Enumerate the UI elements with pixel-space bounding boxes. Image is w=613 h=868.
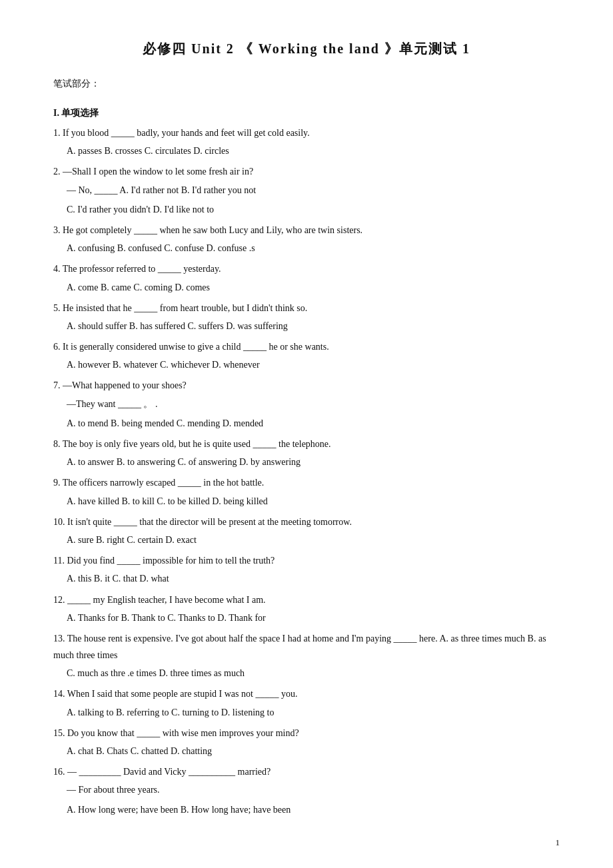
q-line: 9. The officers narrowly escaped _____ i… <box>53 474 560 491</box>
page-number: 1 <box>556 837 560 848</box>
question-13: 13. The house rent is expensive. I've go… <box>53 630 560 682</box>
questions-container: 1. If you blood _____ badly, your hands … <box>53 125 560 818</box>
q-options2: C. I'd rather you didn't D. I'd like not… <box>67 201 560 218</box>
q-subtext: — For about three years. <box>67 781 560 798</box>
q-line: 15. Do you know that _____ with wise men… <box>53 725 560 741</box>
question-15: 15. Do you know that _____ with wise men… <box>53 725 560 759</box>
q-options: A. chat B. Chats C. chatted D. chatting <box>67 743 560 759</box>
question-7: 7. —What happened to your shoes? —They w… <box>53 377 560 432</box>
q-options: A. have killed B. to kill C. to be kille… <box>67 493 560 510</box>
q-options: — No, _____ A. I'd rather not B. I'd rat… <box>67 182 560 199</box>
question-1: 1. If you blood _____ badly, your hands … <box>53 125 560 159</box>
q-line: 12. _____ my English teacher, I have bec… <box>53 592 560 608</box>
q-options: A. however B. whatever C. whichever D. w… <box>67 356 560 373</box>
q-line: 11. Did you find _____ impossible for hi… <box>53 552 560 569</box>
page-title: 必修四 Unit 2 《 Working the land 》单元测试 1 <box>53 40 560 58</box>
question-14: 14. When I said that some people are stu… <box>53 685 560 720</box>
question-8: 8. The boy is only five years old, but h… <box>53 436 560 470</box>
q-options: A. to answer B. to answering C. of answe… <box>67 454 560 470</box>
q-options: A. Thanks for B. Thank to C. Thanks to D… <box>67 610 560 626</box>
question-10: 10. It isn't quite _____ that the direct… <box>53 514 560 548</box>
question-11: 11. Did you find _____ impossible for hi… <box>53 552 560 587</box>
q-options: A. How long were; have been B. How long … <box>67 801 560 818</box>
q-options: C. much as thre .e times D. three times … <box>67 665 560 681</box>
section1-label: I. 单项选择 <box>53 107 560 119</box>
q-line: 13. The house rent is expensive. I've go… <box>53 630 560 663</box>
question-12: 12. _____ my English teacher, I have bec… <box>53 592 560 626</box>
q-options: A. passes B. crosses C. circulates D. ci… <box>67 143 560 159</box>
q-options: A. come B. came C. coming D. comes <box>67 279 560 296</box>
question-16: 16. — _________ David and Vicky ________… <box>53 763 560 818</box>
q-line: 1. If you blood _____ badly, your hands … <box>53 125 560 141</box>
q-line: 8. The boy is only five years old, but h… <box>53 436 560 452</box>
q-line: 5. He insisted that he _____ from heart … <box>53 300 560 316</box>
q-options: A. confusing B. confused C. confuse D. c… <box>67 240 560 256</box>
question-5: 5. He insisted that he _____ from heart … <box>53 300 560 334</box>
q-options: A. should suffer B. has suffered C. suff… <box>67 318 560 334</box>
q-line: 4. The professor referred to _____ yeste… <box>53 260 560 277</box>
q-options: A. talking to B. referring to C. turning… <box>67 704 560 721</box>
q-line: 3. He got completely _____ when he saw b… <box>53 222 560 238</box>
question-2: 2. —Shall I open the window to let some … <box>53 163 560 218</box>
question-4: 4. The professor referred to _____ yeste… <box>53 260 560 295</box>
question-3: 3. He got completely _____ when he saw b… <box>53 222 560 256</box>
q-line: 6. It is generally considered unwise to … <box>53 338 560 355</box>
q-line: 7. —What happened to your shoes? <box>53 377 560 394</box>
written-label: 笔试部分： <box>53 78 560 90</box>
q-options: A. this B. it C. that D. what <box>67 570 560 587</box>
q-options: A. sure B. right C. certain D. exact <box>67 532 560 548</box>
q-line: 2. —Shall I open the window to let some … <box>53 163 560 180</box>
q-line: 16. — _________ David and Vicky ________… <box>53 763 560 780</box>
question-6: 6. It is generally considered unwise to … <box>53 338 560 373</box>
q-line: 14. When I said that some people are stu… <box>53 685 560 702</box>
q-line: 10. It isn't quite _____ that the direct… <box>53 514 560 530</box>
q-options: A. to mend B. being mended C. mending D.… <box>67 415 560 432</box>
question-9: 9. The officers narrowly escaped _____ i… <box>53 474 560 509</box>
q-subtext: —They want _____ 。 . <box>67 396 560 412</box>
